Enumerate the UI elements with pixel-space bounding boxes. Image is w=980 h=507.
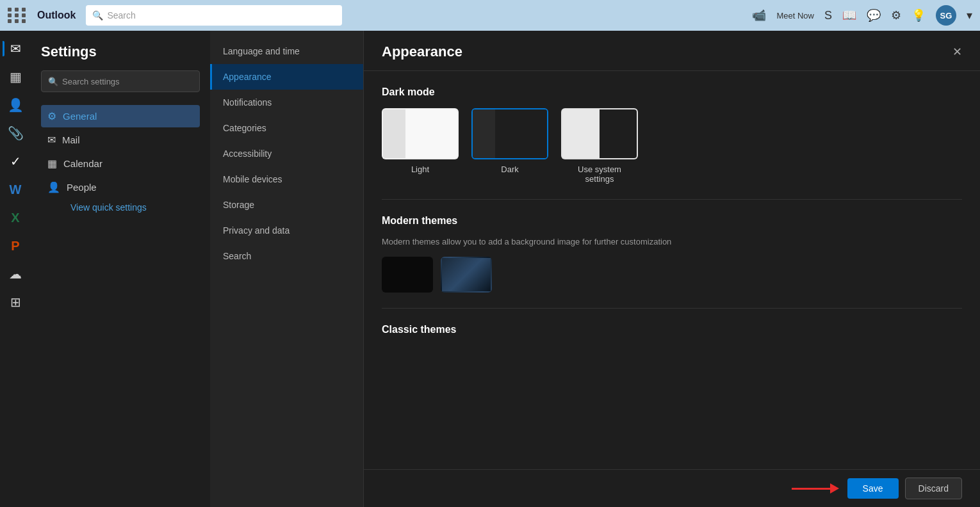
- top-bar-actions: 📹 Meet Now S 📖 💬 ⚙ 💡 SG ▾: [752, 5, 972, 26]
- user-avatar[interactable]: SG: [936, 5, 956, 26]
- search-icon-small: 🔍: [48, 77, 58, 86]
- settings-middle-nav: Language and time Appearance Notificatio…: [210, 31, 364, 507]
- preview-system-right: [600, 109, 637, 158]
- reader-icon[interactable]: 📖: [842, 8, 856, 22]
- skype-icon[interactable]: S: [824, 9, 832, 22]
- light-preview: [382, 108, 459, 159]
- preview-system-left: [562, 109, 600, 158]
- settings-content-panel: Appearance ✕ Dark mode Light: [364, 31, 980, 507]
- middle-nav-categories[interactable]: Categories: [210, 115, 363, 141]
- sidebar-powerpoint-icon[interactable]: P: [3, 233, 28, 259]
- sidebar-people-icon[interactable]: 👤: [3, 92, 28, 118]
- close-button[interactable]: ✕: [952, 45, 962, 59]
- settings-search-input[interactable]: 🔍 Search settings: [41, 70, 200, 92]
- top-search-bar[interactable]: 🔍 Search: [86, 5, 342, 26]
- meet-now-button[interactable]: Meet Now: [776, 11, 814, 20]
- modern-themes-heading: Modern themes: [382, 215, 962, 227]
- dark-mode-light-option[interactable]: Light: [382, 108, 459, 184]
- settings-icon[interactable]: ⚙: [891, 8, 901, 22]
- middle-nav-notifications[interactable]: Notifications: [210, 90, 363, 115]
- modern-themes-section: Modern themes Modern themes allow you to…: [382, 215, 962, 293]
- dark-mode-system-option[interactable]: Use system settings: [561, 108, 638, 184]
- dark-mode-heading: Dark mode: [382, 86, 962, 98]
- quick-settings-link[interactable]: View quick settings: [64, 200, 200, 215]
- preview-main: [405, 109, 457, 158]
- preview-sidebar: [383, 109, 405, 158]
- search-placeholder-text: Search settings: [62, 77, 120, 86]
- sidebar-onedrive-icon[interactable]: ☁: [3, 261, 28, 287]
- arrow-indicator: [792, 483, 839, 494]
- middle-nav-appearance[interactable]: Appearance: [210, 64, 363, 90]
- themes-grid: [382, 257, 962, 293]
- sidebar-excel-icon[interactable]: X: [3, 205, 28, 230]
- people-nav-icon: 👤: [47, 181, 60, 193]
- discard-button[interactable]: Discard: [905, 478, 962, 499]
- sidebar-word-icon[interactable]: W: [3, 177, 28, 202]
- settings-nav-general[interactable]: ⚙ General: [41, 105, 200, 127]
- top-bar: Outlook 🔍 Search 📹 Meet Now S 📖 💬 ⚙ 💡 SG…: [0, 0, 980, 31]
- general-icon: ⚙: [47, 110, 56, 122]
- dark-mode-options: Light Dark: [382, 108, 962, 184]
- arrow-line: [792, 488, 830, 490]
- modern-themes-description: Modern themes allow you to add a backgro…: [382, 237, 962, 246]
- settings-footer: Save Discard: [364, 469, 980, 507]
- lightbulb-icon[interactable]: 💡: [911, 8, 926, 22]
- feedback-icon[interactable]: 💬: [867, 8, 881, 22]
- dark-preview: [471, 108, 548, 159]
- sidebar-email-icon[interactable]: ✉: [3, 36, 28, 61]
- settings-nav-people[interactable]: 👤 People: [41, 176, 200, 198]
- middle-nav-search[interactable]: Search: [210, 243, 363, 269]
- save-button[interactable]: Save: [847, 478, 899, 499]
- icon-sidebar: ✉ ▦ 👤 📎 ✓ W X P ☁ ⊞: [0, 31, 31, 507]
- middle-nav-language[interactable]: Language and time: [210, 38, 363, 64]
- sidebar-tasks-icon[interactable]: ✓: [3, 149, 28, 174]
- content-title: Appearance: [382, 44, 462, 60]
- classic-themes-section: Classic themes: [382, 324, 962, 335]
- sidebar-calendar-icon[interactable]: ▦: [3, 64, 28, 90]
- mail-icon: ✉: [47, 134, 56, 146]
- system-preview: [561, 108, 638, 159]
- sidebar-apps-icon[interactable]: ⊞: [3, 289, 28, 315]
- middle-nav-accessibility[interactable]: Accessibility: [210, 141, 363, 166]
- meet-now-label: Meet Now: [776, 11, 814, 20]
- middle-nav-privacy[interactable]: Privacy and data: [210, 218, 363, 243]
- middle-nav-mobile[interactable]: Mobile devices: [210, 166, 363, 192]
- arrow-head: [830, 483, 839, 494]
- content-header: Appearance ✕: [364, 31, 980, 71]
- dark-mode-section: Dark mode Light: [382, 86, 962, 184]
- settings-left-panel: Settings 🔍 Search settings ⚙ General ✉ M…: [31, 31, 210, 507]
- divider-2: [382, 308, 962, 309]
- main-layout: ✉ ▦ 👤 📎 ✓ W X P ☁ ⊞ Settings 🔍 Search se…: [0, 31, 980, 507]
- sidebar-attachment-icon[interactable]: 📎: [3, 120, 28, 146]
- app-grid-icon[interactable]: [8, 8, 27, 23]
- content-body: Dark mode Light: [364, 71, 980, 469]
- divider-1: [382, 199, 962, 200]
- video-icon[interactable]: 📹: [752, 8, 766, 22]
- preview-dark-sidebar: [473, 109, 495, 158]
- app-brand: Outlook: [37, 10, 76, 21]
- settings-title: Settings: [41, 44, 200, 60]
- theme-dark-swatch[interactable]: [382, 257, 433, 293]
- middle-nav-storage[interactable]: Storage: [210, 192, 363, 218]
- theme-landscape-swatch[interactable]: [441, 257, 492, 293]
- system-label: Use system settings: [578, 165, 621, 184]
- search-placeholder: Search: [107, 10, 135, 20]
- classic-themes-heading: Classic themes: [382, 324, 962, 335]
- search-icon: 🔍: [92, 10, 103, 20]
- preview-dark-main: [495, 109, 547, 158]
- light-label: Light: [411, 165, 429, 174]
- settings-nav-calendar[interactable]: ▦ Calendar: [41, 152, 200, 175]
- calendar-nav-icon: ▦: [47, 157, 57, 170]
- chevron-down-icon[interactable]: ▾: [967, 8, 972, 22]
- settings-nav-mail[interactable]: ✉ Mail: [41, 129, 200, 151]
- dark-mode-dark-option[interactable]: Dark: [471, 108, 548, 184]
- dark-label: Dark: [501, 165, 518, 174]
